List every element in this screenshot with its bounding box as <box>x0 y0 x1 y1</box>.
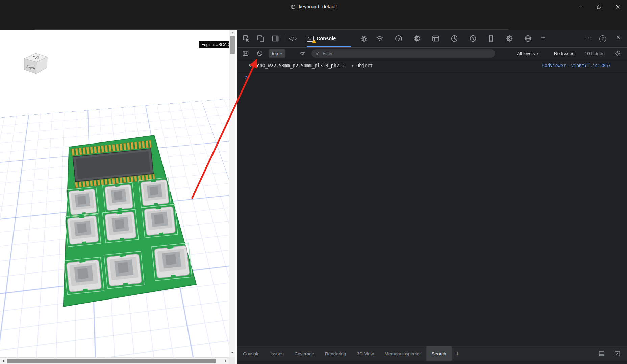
devtools-toolbar: </> >_ Console + ⋯ ? × <box>237 30 627 48</box>
console-prompt[interactable]: > <box>237 71 627 83</box>
toolbar-separator <box>285 34 285 43</box>
drawer-tab-issues[interactable]: Issues <box>265 346 289 361</box>
scroll-down-arrow[interactable]: ▼ <box>229 351 235 354</box>
restore-icon <box>597 5 601 9</box>
view-cube[interactable]: Top Right <box>20 49 52 81</box>
expand-object-icon[interactable]: ▶ <box>352 64 354 67</box>
vertical-scrollbar[interactable]: ▲ ▼ <box>229 30 235 357</box>
drawer-tab-bar: Console Issues Coverage Rendering 3D Vie… <box>237 346 627 361</box>
log-message: soic40_w22.58mm_p2.54mm_pl3.8_ph2.2 <box>249 63 345 68</box>
chevron-down-icon: ▾ <box>537 52 538 55</box>
view-cube-top-label[interactable]: Top <box>33 55 39 60</box>
expand-panel-icon[interactable] <box>613 350 621 357</box>
settings-gear-icon[interactable] <box>505 34 513 43</box>
minimize-button[interactable] <box>571 0 590 14</box>
title-bar: keyboard--default <box>0 0 627 14</box>
application-icon[interactable] <box>432 34 440 43</box>
globe-icon[interactable] <box>524 34 532 43</box>
browser-window: keyboard--default https://tscircuit-3d-v… <box>0 0 627 364</box>
filter-funnel-icon <box>315 51 320 56</box>
drawer-tab-3d-view[interactable]: 3D View <box>351 346 379 361</box>
console-tab-label[interactable]: Console <box>317 36 336 41</box>
devtools-panel: </> >_ Console + ⋯ ? × <box>237 30 627 364</box>
restore-button[interactable] <box>590 0 608 14</box>
navigation-bar: https://tscircuit-3d-viewer.vercel.app/i… <box>0 14 627 30</box>
clear-console-icon[interactable] <box>256 50 263 57</box>
horizontal-scrollbar[interactable]: ◀ ▶ <box>0 357 229 364</box>
filter-box[interactable] <box>311 49 495 58</box>
coverage-pie-icon[interactable] <box>450 34 458 43</box>
drawer-tab-coverage[interactable]: Coverage <box>289 346 320 361</box>
page-favicon-globe-icon <box>290 4 296 10</box>
context-selector-value: top <box>272 51 278 56</box>
horizontal-scroll-thumb[interactable] <box>7 359 216 363</box>
close-icon <box>616 5 620 9</box>
device-toolbar-icon[interactable] <box>256 34 265 43</box>
log-object-preview[interactable]: Object <box>356 63 373 68</box>
page-edge-gap <box>235 30 237 364</box>
chevron-down-icon: ▾ <box>280 52 282 55</box>
drawer-tab-rendering[interactable]: Rendering <box>320 346 351 361</box>
tab-console[interactable]: >_ Console <box>307 30 336 47</box>
scrollbar-corner <box>229 357 235 364</box>
minimize-icon <box>578 5 583 9</box>
inspect-icon[interactable] <box>242 34 250 43</box>
tab-title-group: keyboard--default <box>0 0 627 14</box>
network-conditions-icon[interactable] <box>376 34 384 43</box>
issues-counter[interactable]: No Issues <box>554 47 574 60</box>
console-toolbar: top ▾ All levels ▾ No Issues 10 hidden <box>237 47 627 60</box>
close-devtools-icon[interactable]: × <box>616 33 620 42</box>
log-levels-dropdown[interactable]: All levels ▾ <box>517 47 538 60</box>
3d-viewer-canvas[interactable]: Top Right Engine: JSCAD <box>0 30 229 357</box>
scroll-up-arrow[interactable]: ▲ <box>229 31 235 34</box>
live-expression-eye-icon[interactable] <box>299 50 306 57</box>
performance-icon[interactable] <box>395 34 403 43</box>
drawer-tab-console[interactable]: Console <box>237 346 265 361</box>
engine-label: Engine: JSCAD <box>199 41 229 48</box>
log-source-link[interactable]: CadViewer--viaKmYT.js:3857 <box>542 63 611 68</box>
console-sidebar-icon[interactable] <box>242 50 249 57</box>
prompt-chevron-icon: > <box>245 74 248 80</box>
focus-mode-icon[interactable] <box>271 34 279 43</box>
scroll-right-arrow[interactable]: ▶ <box>223 359 229 362</box>
bug-icon[interactable] <box>360 34 368 43</box>
context-selector[interactable]: top ▾ <box>269 49 285 58</box>
close-window-button[interactable] <box>608 0 627 14</box>
devtools-more-icon[interactable]: ⋯ <box>585 34 592 42</box>
drawer-tab-memory-inspector[interactable]: Memory inspector <box>379 346 426 361</box>
window-title: keyboard--default <box>299 4 337 9</box>
tab-elements[interactable]: </> <box>289 30 297 47</box>
add-drawer-tab-icon[interactable]: + <box>452 346 463 361</box>
scroll-left-arrow[interactable]: ◀ <box>0 359 6 362</box>
drawer-content-strip <box>237 361 627 364</box>
console-panel-icon: >_ <box>307 36 314 42</box>
console-settings-gear-icon[interactable] <box>614 50 621 57</box>
device-icon[interactable] <box>487 34 495 43</box>
console-log-row: soic40_w22.58mm_p2.54mm_pl3.8_ph2.2 ▶ Ob… <box>237 60 627 71</box>
warning-badge <box>312 40 316 43</box>
vertical-scroll-thumb[interactable] <box>230 36 235 54</box>
filter-input[interactable] <box>322 51 495 56</box>
help-icon[interactable]: ? <box>599 35 606 42</box>
dock-bottom-icon[interactable] <box>598 350 605 357</box>
memory-icon[interactable] <box>413 34 421 43</box>
hidden-messages-count[interactable]: 10 hidden <box>585 47 605 60</box>
add-panel-icon[interactable]: + <box>541 33 545 43</box>
drawer-tab-search[interactable]: Search <box>426 346 452 361</box>
request-blocking-icon[interactable] <box>469 34 477 43</box>
